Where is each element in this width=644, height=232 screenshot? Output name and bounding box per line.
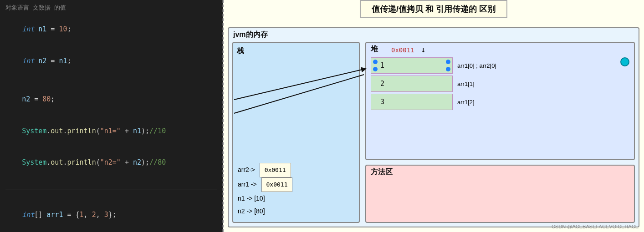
stack-n1-row: n1 -> [10] [238, 192, 292, 205]
heap-value-3: 3 [371, 94, 453, 110]
page-title: 值传递/值拷贝 和 引用传递的 区别 [360, 0, 507, 18]
stack-arr2-row: arr2-> 0x0011 [238, 163, 292, 177]
down-arrow: ↓ [421, 45, 426, 54]
code-line-6: int[] arr1 = {1, 2, 3}; [5, 199, 217, 231]
heap-array-labels: arr1[0] ; arr2[0] arr1[1] arr1[2] [457, 57, 496, 110]
teal-icon [620, 57, 629, 66]
code-line-1: int n1 = 10; [5, 14, 217, 45]
stack-arr1-row: arr1 -> 0x0011 [238, 177, 292, 192]
arr-label-2: arr1[2] [457, 94, 496, 110]
kw-int-arr-1: int [22, 211, 34, 219]
code-line-4: System.out.println("n1=" + n1);//10 [5, 115, 217, 147]
method-label: 方法区 [371, 167, 393, 177]
arr2-addr-box: 0x0011 [260, 163, 291, 177]
arr1-addr-box: 0x0011 [261, 177, 293, 192]
kw-int-1: int [22, 25, 34, 33]
heap-array-values: 1 2 3 [371, 57, 453, 112]
stack-label: 栈 [237, 46, 355, 56]
faded-comment: 对象语言 文数据 的值 [5, 4, 217, 12]
stack-n2-row: n2 -> [80] [238, 205, 292, 217]
watermark: CSDN @ACEBASEFACEVOICERACE [552, 224, 639, 229]
heap-value-2: 2 [371, 76, 453, 92]
heap-label: 堆 [371, 45, 378, 54]
heap-addr-top: 0x0011 [391, 46, 414, 54]
code-line-5: System.out.println("n2=" + n2);//80 [5, 147, 217, 179]
heap-area: 堆 0x0011 ↓ 1 2 [365, 42, 635, 160]
diagram-panel: 值传递/值拷贝 和 引用传递的 区别 jvm的内存 栈 arr2-> 0x001… [223, 0, 644, 232]
code-line-3: n2 = 80; [5, 84, 217, 116]
arr-label-0: arr1[0] ; arr2[0] [457, 57, 496, 74]
arr-label-1: arr1[1] [457, 76, 496, 92]
code-line-2: int n2 = n1; [5, 45, 217, 77]
jvm-memory-area: jvm的内存 栈 arr2-> 0x0011 arr1 -> 0x0011 n1… [228, 27, 639, 227]
stack-area: 栈 arr2-> 0x0011 arr1 -> 0x0011 n1 -> [10… [232, 42, 360, 223]
jvm-label: jvm的内存 [233, 30, 268, 40]
kw-int-2: int [22, 57, 34, 65]
heap-value-1: 1 [371, 57, 453, 74]
code-panel: 对象语言 文数据 的值 int n1 = 10; int n2 = n1; n2… [0, 0, 223, 232]
method-area: 方法区 [365, 165, 635, 223]
